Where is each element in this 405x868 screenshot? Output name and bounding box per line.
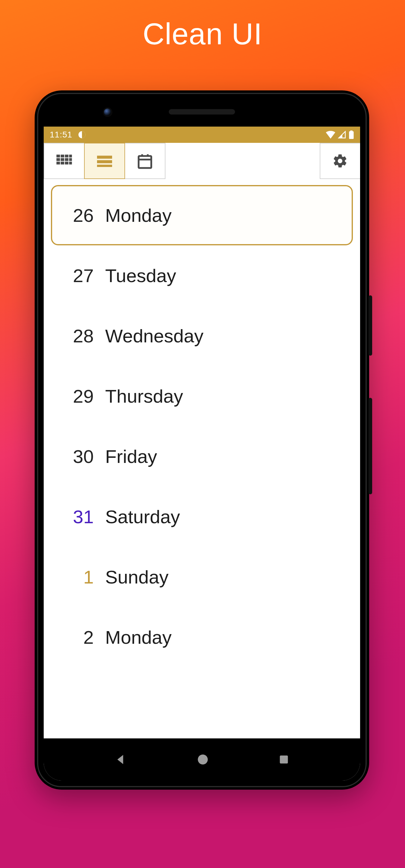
svg-rect-9 <box>61 158 64 161</box>
status-time: 11:51 <box>50 130 72 140</box>
day-name: Sunday <box>105 566 168 588</box>
phone-side-button <box>369 398 372 494</box>
cell-signal-icon <box>338 131 346 138</box>
svg-rect-17 <box>97 160 112 163</box>
svg-rect-10 <box>65 158 68 161</box>
svg-rect-18 <box>97 165 112 167</box>
day-name: Monday <box>105 627 172 648</box>
settings-button[interactable] <box>320 143 360 179</box>
svg-rect-6 <box>65 155 68 157</box>
day-number: 29 <box>61 385 94 407</box>
app-notification-icon <box>78 130 86 139</box>
day-list[interactable]: 26Monday27Tuesday28Wednesday29Thursday30… <box>44 179 360 667</box>
nav-back-button[interactable] <box>114 752 128 767</box>
svg-rect-19 <box>138 156 151 168</box>
day-row[interactable]: 31Saturday <box>51 487 353 547</box>
day-row[interactable]: 30Friday <box>51 426 353 487</box>
promo-background: Clean UI 11:51 <box>0 0 405 868</box>
svg-point-1 <box>82 132 84 134</box>
tab-calendar-view[interactable] <box>124 143 165 179</box>
svg-rect-4 <box>56 155 60 157</box>
day-row[interactable]: 28Wednesday <box>51 306 353 366</box>
day-row[interactable]: 27Tuesday <box>51 245 353 306</box>
day-number: 1 <box>61 566 94 588</box>
svg-rect-13 <box>61 161 64 164</box>
gear-icon <box>332 153 348 169</box>
tab-list-view[interactable] <box>84 143 125 179</box>
hero-title: Clean UI <box>0 17 405 51</box>
day-name: Tuesday <box>105 265 176 286</box>
svg-rect-24 <box>280 755 288 764</box>
day-name: Saturday <box>105 506 180 527</box>
phone-camera <box>104 108 111 116</box>
phone-speaker <box>169 109 235 115</box>
nav-recents-button[interactable] <box>278 753 290 766</box>
day-row[interactable]: 2Monday <box>51 607 353 667</box>
grid-view-icon <box>56 153 73 169</box>
day-number: 2 <box>61 627 94 648</box>
day-name: Monday <box>105 205 172 226</box>
day-number: 31 <box>61 506 94 527</box>
svg-rect-15 <box>69 161 72 164</box>
svg-point-23 <box>198 755 208 765</box>
battery-icon <box>349 130 354 139</box>
day-number: 27 <box>61 265 94 286</box>
svg-rect-8 <box>56 158 60 161</box>
svg-rect-5 <box>61 155 64 157</box>
day-number: 30 <box>61 446 94 467</box>
svg-rect-7 <box>69 155 72 157</box>
phone-screen: 11:51 <box>44 127 360 781</box>
phone-frame: 11:51 <box>35 90 369 789</box>
system-nav-bar <box>44 738 360 781</box>
day-number: 26 <box>61 205 94 226</box>
svg-rect-14 <box>65 161 68 164</box>
day-name: Wednesday <box>105 325 204 347</box>
day-row[interactable]: 26Monday <box>51 185 353 245</box>
list-view-icon <box>96 152 114 170</box>
svg-rect-12 <box>56 161 60 164</box>
tab-grid-view[interactable] <box>44 143 85 179</box>
day-number: 28 <box>61 325 94 347</box>
svg-rect-11 <box>69 158 72 161</box>
calendar-icon <box>136 153 153 169</box>
svg-rect-3 <box>350 130 352 132</box>
view-tab-bar <box>44 143 360 179</box>
day-name: Friday <box>105 446 157 467</box>
status-bar: 11:51 <box>44 127 360 143</box>
wifi-icon <box>326 131 335 138</box>
day-row[interactable]: 1Sunday <box>51 547 353 607</box>
nav-home-button[interactable] <box>196 753 210 766</box>
day-row[interactable]: 29Thursday <box>51 366 353 426</box>
day-name: Thursday <box>105 385 183 407</box>
svg-rect-16 <box>97 156 112 159</box>
svg-rect-2 <box>349 131 353 139</box>
phone-side-button <box>369 296 372 355</box>
